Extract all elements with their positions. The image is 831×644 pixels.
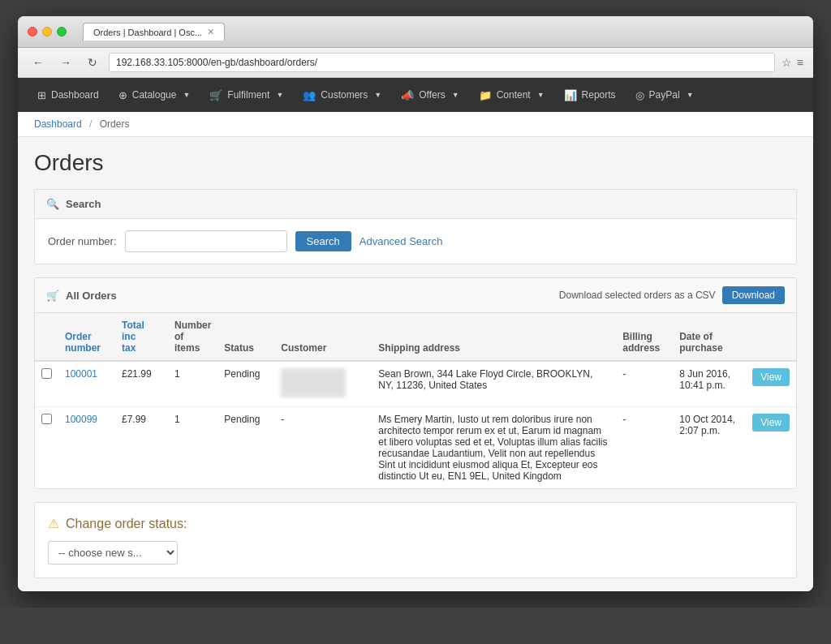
maximize-button[interactable] — [57, 27, 67, 36]
nav-dashboard[interactable]: ⊞ Dashboard — [28, 78, 109, 112]
offers-icon: 📣 — [401, 89, 414, 101]
row-checkbox[interactable] — [41, 414, 52, 424]
customers-icon: 👥 — [303, 89, 316, 101]
nav-reports-label: Reports — [582, 89, 616, 101]
action-cell: View — [746, 407, 796, 489]
row-checkbox[interactable] — [41, 368, 52, 379]
order-number-link[interactable]: 100099 — [65, 414, 97, 425]
nav-fulfilment[interactable]: 🛒 Fulfilment ▼ — [200, 78, 293, 112]
th-order-number-label: Ordernumber — [65, 331, 101, 354]
fulfilment-icon: 🛒 — [209, 89, 222, 101]
breadcrumb-separator: / — [89, 118, 92, 130]
nav-offers-label: Offers — [419, 89, 445, 101]
traffic-lights — [28, 27, 67, 36]
table-row: 100001 £21.99 1 Pending Sean Brown, 344 … — [35, 361, 796, 407]
advanced-search-link[interactable]: Advanced Search — [360, 235, 443, 247]
order-number-label: Order number: — [48, 235, 117, 247]
close-button[interactable] — [28, 27, 37, 36]
row-checkbox-cell — [35, 361, 58, 407]
th-customer-label: Customer — [281, 342, 326, 354]
order-number-input[interactable] — [125, 230, 287, 252]
total-cell: £7.99 — [115, 407, 168, 489]
download-button[interactable]: Download — [722, 286, 785, 304]
order-number-link[interactable]: 100001 — [65, 368, 97, 380]
minimize-button[interactable] — [42, 27, 52, 36]
th-checkbox — [35, 313, 58, 361]
th-billing: Billing address — [616, 313, 673, 361]
th-billing-label: Billing address — [622, 331, 660, 354]
page-title: Orders — [34, 150, 797, 176]
nav-offers[interactable]: 📣 Offers ▼ — [391, 78, 468, 112]
table-header-row: Ordernumber Totalinctax Number of items … — [35, 313, 796, 361]
nav-customers[interactable]: 👥 Customers ▼ — [293, 78, 391, 112]
breadcrumb-current: Orders — [100, 118, 130, 130]
nav-paypal-label: PayPal — [649, 89, 680, 101]
content-icon: 📁 — [479, 89, 492, 101]
search-panel: 🔍 Search Order number: Search Advanced S… — [34, 189, 797, 264]
fulfilment-dropdown-icon: ▼ — [276, 91, 283, 99]
status-cell: Pending — [217, 361, 274, 407]
th-date: Date of purchase — [673, 313, 746, 361]
dashboard-icon: ⊞ — [37, 89, 46, 101]
breadcrumb: Dashboard / Orders — [18, 112, 813, 137]
nav-content-label: Content — [497, 89, 531, 101]
view-button[interactable]: View — [752, 414, 790, 431]
toolbar-icons: ☆ ≡ — [781, 56, 803, 69]
orders-panel-header: 🛒 All Orders Download selected orders as… — [35, 278, 796, 313]
change-status-panel: ⚠ Change order status: -- choose new s..… — [34, 502, 797, 578]
view-button[interactable]: View — [752, 368, 790, 386]
tab-close-icon[interactable]: ✕ — [207, 27, 214, 37]
th-shipping: Shipping address — [372, 313, 616, 361]
back-button[interactable]: ← — [28, 54, 49, 71]
orders-panel-title: 🛒 All Orders — [46, 290, 117, 302]
content-dropdown-icon: ▼ — [537, 91, 545, 99]
active-tab[interactable]: Orders | Dashboard | Osc... ✕ — [83, 23, 225, 41]
th-customer: Customer — [274, 313, 372, 361]
total-cell: £21.99 — [115, 361, 168, 407]
th-num-items: Number of items — [168, 313, 217, 361]
billing-address-cell: - — [616, 407, 673, 489]
nav-customers-label: Customers — [321, 89, 368, 101]
order-number-cell: 100099 — [58, 407, 115, 489]
status-cell: Pending — [217, 407, 274, 489]
search-form-row: Order number: Search Advanced Search — [48, 230, 783, 252]
csv-section: Download selected orders as a CSV Downlo… — [559, 286, 785, 304]
browser-titlebar: Orders | Dashboard | Osc... ✕ — [18, 16, 813, 48]
forward-button[interactable]: → — [55, 54, 76, 71]
browser-toolbar: ← → ↻ ☆ ≡ — [18, 48, 813, 78]
tab-title: Orders | Dashboard | Osc... — [93, 28, 202, 37]
th-total: Totalinctax — [115, 313, 168, 361]
search-panel-icon: 🔍 — [46, 198, 59, 210]
date-cell: 10 Oct 2014, 2:07 p.m. — [673, 407, 746, 489]
th-action — [746, 313, 796, 361]
bookmark-icon[interactable]: ☆ — [781, 56, 792, 69]
catalogue-dropdown-icon: ▼ — [183, 91, 190, 99]
orders-panel-title-text: All Orders — [66, 290, 117, 302]
nav-reports[interactable]: 📊 Reports — [554, 78, 626, 112]
reload-button[interactable]: ↻ — [83, 54, 102, 71]
num-items-cell: 1 — [168, 407, 217, 489]
th-num-items-label: Number of items — [174, 320, 211, 354]
address-bar[interactable] — [109, 53, 775, 72]
menu-icon[interactable]: ≡ — [797, 56, 803, 69]
customers-dropdown-icon: ▼ — [374, 91, 381, 99]
nav-catalogue[interactable]: ⊕ Catalogue ▼ — [109, 78, 200, 112]
nav-paypal[interactable]: ◎ PayPal ▼ — [626, 78, 704, 112]
orders-panel: 🛒 All Orders Download selected orders as… — [34, 277, 797, 489]
table-row: 100099 £7.99 1 Pending - Ms Emery Martin… — [35, 407, 796, 489]
th-total-label: Totalinctax — [122, 320, 144, 354]
change-status-select[interactable]: -- choose new s...PendingProcessingCompl… — [48, 541, 178, 565]
paypal-icon: ◎ — [635, 89, 644, 101]
breadcrumb-dashboard-link[interactable]: Dashboard — [34, 118, 82, 130]
date-cell: 8 Jun 2016, 10:41 p.m. — [673, 361, 746, 407]
nav-content[interactable]: 📁 Content ▼ — [469, 78, 554, 112]
th-shipping-label: Shipping address — [378, 342, 460, 354]
app-navbar: ⊞ Dashboard ⊕ Catalogue ▼ 🛒 Fulfilment ▼… — [18, 78, 813, 112]
search-button[interactable]: Search — [295, 231, 351, 251]
th-status: Status — [217, 313, 274, 361]
row-checkbox-cell — [35, 407, 58, 489]
action-cell: View — [746, 361, 796, 407]
th-date-label: Date of purchase — [679, 331, 722, 354]
offers-dropdown-icon: ▼ — [452, 91, 459, 99]
customer-avatar — [281, 368, 346, 397]
